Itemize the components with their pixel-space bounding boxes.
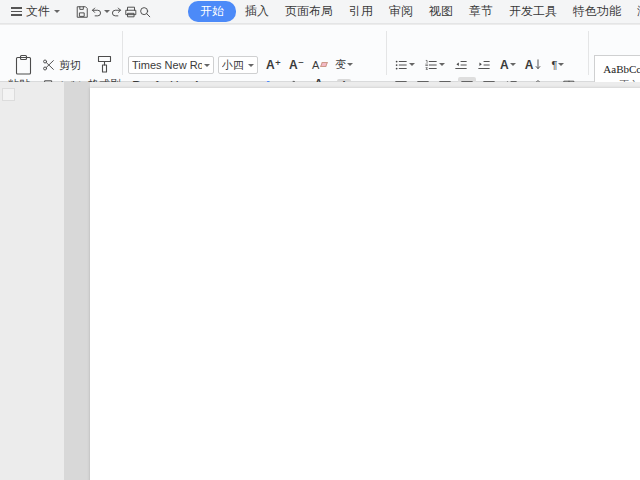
chevron-down-icon: [347, 63, 353, 66]
font-size-value: 小四: [222, 58, 246, 73]
scroll-corner-box[interactable]: [2, 88, 15, 101]
chevron-down-icon: [409, 63, 415, 66]
save-button[interactable]: [75, 2, 89, 21]
tab-dev-tools[interactable]: 开发工具: [502, 1, 564, 22]
print-preview-button[interactable]: [138, 2, 152, 21]
clipboard-icon: [13, 54, 34, 76]
asian-layout-button[interactable]: A: [498, 56, 518, 73]
increase-indent-button[interactable]: [475, 56, 493, 73]
magnifier-icon: [138, 5, 152, 19]
shrink-font-button[interactable]: A⁻: [287, 56, 306, 73]
bullet-list-icon: [394, 58, 408, 72]
wps-writer-window: 文件 开始 插入 页面布局 引用 审阅 视图 章节 开发工具: [0, 0, 640, 480]
tab-insert[interactable]: 插入: [238, 1, 276, 22]
undo-button[interactable]: [89, 2, 110, 21]
ribbon: 粘贴 剪切 复制 格式刷 Times New Roman 小四 A⁺ A⁻ A: [0, 25, 640, 82]
tab-demo[interactable]: 演示用: [630, 1, 640, 22]
paragraph-tools-top: A A ¶: [392, 56, 566, 73]
font-size-tools: A⁺ A⁻ A 变: [264, 56, 355, 73]
file-menu-label: 文件: [26, 3, 50, 20]
decrease-indent-button[interactable]: [452, 56, 470, 73]
undo-icon: [89, 5, 103, 19]
tab-references[interactable]: 引用: [342, 1, 380, 22]
group-divider: [386, 31, 387, 75]
font-family-select[interactable]: Times New Roman: [128, 56, 214, 74]
chevron-down-icon: [54, 10, 60, 13]
style-preview-text: AaBbCcDd: [603, 63, 640, 75]
eraser-icon: [320, 62, 328, 67]
redo-icon: [110, 5, 124, 19]
numbered-list-icon: [424, 58, 438, 72]
chevron-down-icon: [204, 64, 210, 67]
tab-view[interactable]: 视图: [422, 1, 460, 22]
page-margin-band: [64, 82, 90, 480]
ribbon-tabs: 开始 插入 页面布局 引用 审阅 视图 章节 开发工具 特色功能 演示用: [188, 1, 640, 22]
document-workspace[interactable]: [0, 82, 640, 480]
grow-font-button[interactable]: A⁺: [264, 56, 283, 73]
cut-button[interactable]: 剪切: [42, 56, 81, 74]
pinyin-guide-button[interactable]: 变: [333, 56, 355, 73]
numbering-button[interactable]: [422, 56, 447, 73]
bullets-button[interactable]: [392, 56, 417, 73]
redo-button[interactable]: [110, 2, 124, 21]
file-menu-button[interactable]: 文件: [6, 1, 65, 22]
chevron-down-icon: [248, 64, 254, 67]
show-marks-button[interactable]: ¶: [549, 56, 566, 73]
clear-format-button[interactable]: A: [310, 56, 329, 73]
print-icon: [124, 5, 138, 19]
tab-section[interactable]: 章节: [462, 1, 500, 22]
hamburger-icon: [11, 7, 22, 16]
chevron-down-icon: [558, 63, 564, 66]
font-family-value: Times New Roman: [132, 59, 202, 71]
indent-icon: [477, 58, 491, 72]
brush-icon: [94, 54, 115, 76]
sort-button[interactable]: A: [523, 56, 545, 73]
tab-page-layout[interactable]: 页面布局: [278, 1, 340, 22]
tab-special-features[interactable]: 特色功能: [566, 1, 628, 22]
down-arrow-icon: [534, 59, 542, 71]
save-icon: [75, 5, 89, 19]
tab-home[interactable]: 开始: [188, 1, 236, 22]
cut-label: 剪切: [59, 58, 81, 73]
menubar: 文件 开始 插入 页面布局 引用 审阅 视图 章节 开发工具: [0, 0, 640, 24]
font-size-select[interactable]: 小四: [218, 56, 258, 74]
print-button[interactable]: [124, 2, 138, 21]
chevron-down-icon: [439, 63, 445, 66]
group-divider: [122, 31, 123, 75]
document-page[interactable]: [90, 88, 640, 480]
outdent-icon: [454, 58, 468, 72]
tab-review[interactable]: 审阅: [382, 1, 420, 22]
group-divider: [588, 31, 589, 75]
scissors-icon: [42, 58, 56, 72]
chevron-down-icon: [510, 63, 516, 66]
